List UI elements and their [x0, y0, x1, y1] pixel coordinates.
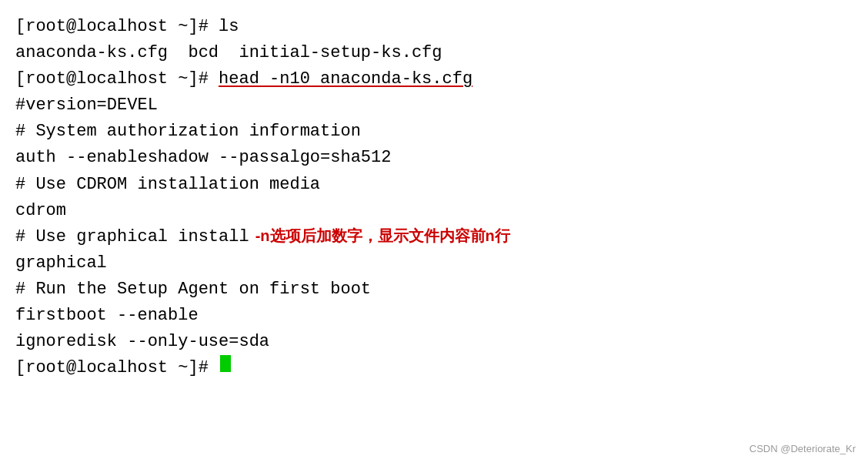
line-text: #version=DEVEL: [15, 92, 158, 119]
terminal-line: firstboot --enable: [15, 303, 853, 329]
terminal-line: # System authorization information: [15, 119, 853, 145]
terminal-prompt-line: [root@localhost ~]#: [15, 355, 853, 381]
line-text: auth --enableshadow --passalgo=sha512: [15, 145, 391, 171]
terminal-line: #version=DEVEL: [15, 92, 853, 119]
terminal-line: # Run the Setup Agent on first boot: [15, 277, 853, 303]
terminal-line: auth --enableshadow --passalgo=sha512: [15, 145, 853, 171]
terminal-line: ignoredisk --only-use=sda: [15, 329, 853, 355]
line-text: [root@localhost ~]# ls: [15, 14, 239, 40]
terminal-line-annotated: # Use graphical install -n选项后加数字，显示文件内容前…: [15, 224, 853, 250]
line-text: # Run the Setup Agent on first boot: [15, 277, 371, 303]
watermark: CSDN @Deteriorate_Kr: [749, 441, 856, 457]
line-text: # Use CDROM installation media: [15, 172, 320, 198]
terminal-line-head-command: [root@localhost ~]# head -n10 anaconda-k…: [15, 66, 853, 92]
terminal-cursor: [220, 355, 231, 372]
prompt-text: [root@localhost ~]#: [15, 66, 219, 92]
line-text: anaconda-ks.cfg bcd initial-setup-ks.cfg: [15, 40, 442, 66]
terminal-line: anaconda-ks.cfg bcd initial-setup-ks.cfg: [15, 40, 853, 66]
command-text: head -n10 anaconda-ks.cfg: [219, 66, 472, 92]
line-text: # System authorization information: [15, 119, 361, 145]
line-text: ignoredisk --only-use=sda: [15, 329, 269, 355]
terminal-line: [root@localhost ~]# ls: [15, 14, 853, 40]
line-text: firstboot --enable: [15, 303, 199, 329]
terminal-window: [root@localhost ~]# ls anaconda-ks.cfg b…: [0, 0, 868, 466]
terminal-line: graphical: [15, 250, 853, 277]
terminal-line: cdrom: [15, 198, 853, 224]
annotation-text: -n选项后加数字，显示文件内容前n行: [255, 224, 510, 248]
line-text: cdrom: [15, 198, 66, 224]
line-prefix: # Use graphical install: [15, 224, 249, 250]
terminal-line: # Use CDROM installation media: [15, 172, 853, 198]
prompt-text: [root@localhost ~]#: [15, 355, 219, 381]
line-text: graphical: [15, 250, 107, 277]
